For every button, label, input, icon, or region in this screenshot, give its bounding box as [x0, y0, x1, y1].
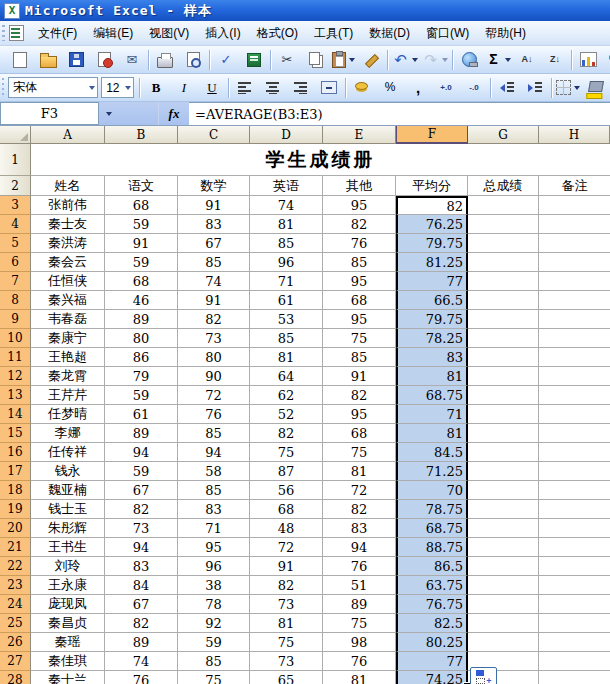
decrease-indent-button[interactable]: [493, 76, 521, 100]
redo-button[interactable]: ↷: [420, 48, 450, 72]
cell-G16[interactable]: [468, 443, 539, 462]
column-header-F[interactable]: F: [396, 126, 468, 144]
cell-F5[interactable]: 79.75: [396, 234, 468, 253]
cell-F28[interactable]: 74.25: [396, 671, 468, 684]
select-all-corner[interactable]: [0, 126, 31, 144]
row-header-2[interactable]: 2: [0, 176, 31, 196]
cell-E18[interactable]: 72: [323, 481, 396, 500]
cell-H2[interactable]: 备注: [539, 176, 610, 196]
cell-H27[interactable]: [539, 652, 610, 671]
align-center-button[interactable]: [259, 76, 287, 100]
cell-A6[interactable]: 秦会云: [31, 253, 105, 272]
cell-B8[interactable]: 46: [105, 291, 178, 310]
row-header-23[interactable]: 23: [0, 576, 31, 595]
cell-C22[interactable]: 96: [178, 557, 250, 576]
underline-button[interactable]: U: [198, 76, 226, 100]
row-header-4[interactable]: 4: [0, 215, 31, 234]
cell-F23[interactable]: 63.75: [396, 576, 468, 595]
cell-D27[interactable]: 73: [250, 652, 323, 671]
cell-G7[interactable]: [468, 272, 539, 291]
cell-A10[interactable]: 秦康宁: [31, 329, 105, 348]
undo-button[interactable]: ↶: [390, 48, 420, 72]
cell-A12[interactable]: 秦龙霄: [31, 367, 105, 386]
cell-B28[interactable]: 76: [105, 671, 178, 684]
cell-E22[interactable]: 76: [323, 557, 396, 576]
cell-E24[interactable]: 89: [323, 595, 396, 614]
cell-B2[interactable]: 语文: [105, 176, 178, 196]
cell-F25[interactable]: 82.5: [396, 614, 468, 633]
cell-A26[interactable]: 秦瑶: [31, 633, 105, 652]
cell-H8[interactable]: [539, 291, 610, 310]
cell-A8[interactable]: 秦兴福: [31, 291, 105, 310]
borders-button[interactable]: [554, 76, 582, 100]
menu-format[interactable]: 格式(O): [249, 22, 306, 45]
cell-G17[interactable]: [468, 462, 539, 481]
cell-G19[interactable]: [468, 500, 539, 519]
cell-H26[interactable]: [539, 633, 610, 652]
row-header-12[interactable]: 12: [0, 367, 31, 386]
row-header-13[interactable]: 13: [0, 386, 31, 405]
cell-D19[interactable]: 68: [250, 500, 323, 519]
row-header-3[interactable]: 3: [0, 196, 31, 215]
cell-G20[interactable]: [468, 519, 539, 538]
cell-C26[interactable]: 59: [178, 633, 250, 652]
row-header-18[interactable]: 18: [0, 481, 31, 500]
cell-A5[interactable]: 秦洪涛: [31, 234, 105, 253]
cell-E19[interactable]: 82: [323, 500, 396, 519]
cell-E27[interactable]: 76: [323, 652, 396, 671]
italic-button[interactable]: I: [170, 76, 198, 100]
row-header-8[interactable]: 8: [0, 291, 31, 310]
column-header-B[interactable]: B: [105, 126, 178, 144]
cell-H6[interactable]: [539, 253, 610, 272]
cell-H24[interactable]: [539, 595, 610, 614]
cell-F10[interactable]: 78.25: [396, 329, 468, 348]
cell-B18[interactable]: 67: [105, 481, 178, 500]
cell-D16[interactable]: 75: [250, 443, 323, 462]
cell-A27[interactable]: 秦佳琪: [31, 652, 105, 671]
row-header-15[interactable]: 15: [0, 424, 31, 443]
row-header-20[interactable]: 20: [0, 519, 31, 538]
print-preview-button[interactable]: [179, 48, 207, 72]
cell-F15[interactable]: 81: [396, 424, 468, 443]
cell-D22[interactable]: 91: [250, 557, 323, 576]
drawing-button[interactable]: [602, 48, 610, 72]
cell-H17[interactable]: [539, 462, 610, 481]
row-header-9[interactable]: 9: [0, 310, 31, 329]
percent-button[interactable]: %: [376, 76, 404, 100]
column-header-C[interactable]: C: [178, 126, 250, 144]
row-header-22[interactable]: 22: [0, 557, 31, 576]
cell-D3[interactable]: 74: [250, 196, 323, 215]
cell-B17[interactable]: 59: [105, 462, 178, 481]
cell-B21[interactable]: 94: [105, 538, 178, 557]
formula-input[interactable]: =AVERAGE(B3:E3): [189, 102, 610, 125]
bold-button[interactable]: B: [142, 76, 170, 100]
cell-B7[interactable]: 68: [105, 272, 178, 291]
cell-H28[interactable]: [539, 671, 610, 684]
cell-F6[interactable]: 81.25: [396, 253, 468, 272]
cell-F4[interactable]: 76.25: [396, 215, 468, 234]
name-box-dropdown[interactable]: [99, 102, 116, 125]
cell-H25[interactable]: [539, 614, 610, 633]
cell-D15[interactable]: 82: [250, 424, 323, 443]
increase-indent-button[interactable]: [521, 76, 549, 100]
row-header-10[interactable]: 10: [0, 329, 31, 348]
cell-E12[interactable]: 91: [323, 367, 396, 386]
cell-C15[interactable]: 85: [178, 424, 250, 443]
format-painter-button[interactable]: [357, 48, 385, 72]
menu-file[interactable]: 文件(F): [30, 22, 85, 45]
dropdown-arrow-icon[interactable]: [442, 58, 448, 62]
cell-B6[interactable]: 59: [105, 253, 178, 272]
cell-A3[interactable]: 张前伟: [31, 196, 105, 215]
print-button[interactable]: [151, 48, 179, 72]
cell-H19[interactable]: [539, 500, 610, 519]
cell-E28[interactable]: 81: [323, 671, 396, 684]
save-button[interactable]: [62, 48, 90, 72]
cell-F22[interactable]: 86.5: [396, 557, 468, 576]
cell-A17[interactable]: 钱永: [31, 462, 105, 481]
cell-C16[interactable]: 94: [178, 443, 250, 462]
cell-D13[interactable]: 62: [250, 386, 323, 405]
toolbar-grip[interactable]: [2, 78, 4, 97]
cell-A24[interactable]: 庞现凤: [31, 595, 105, 614]
cell-B3[interactable]: 68: [105, 196, 178, 215]
cell-E3[interactable]: 95: [323, 196, 396, 215]
